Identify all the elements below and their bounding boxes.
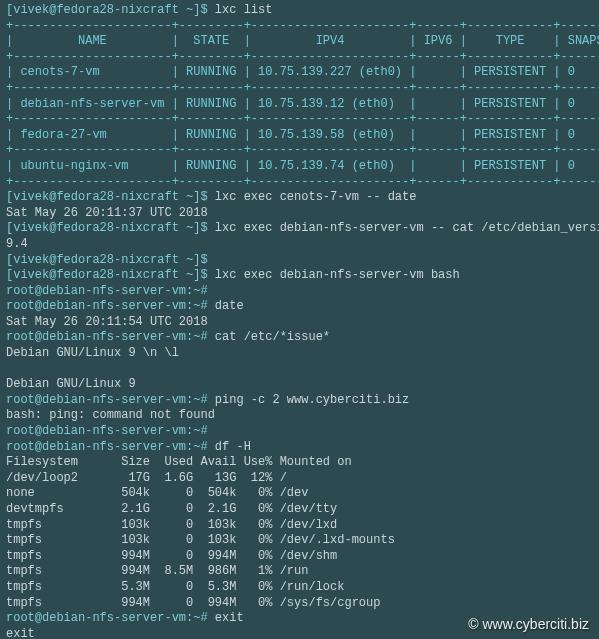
prompt-user: [vivek@fedora28-nixcraft ~]$ <box>6 190 215 204</box>
out-issue: Debian GNU/Linux 9 \n \l <box>6 346 179 360</box>
df-row: tmpfs 103k 0 103k 0% /dev/lxd <box>6 518 337 532</box>
df-header: Filesystem Size Used Avail Use% Mounted … <box>6 455 352 469</box>
prompt-user: [vivek@fedora28-nixcraft ~]$ <box>6 3 215 17</box>
df-row: devtmpfs 2.1G 0 2.1G 0% /dev/tty <box>6 502 337 516</box>
prompt-root: root@debian-nfs-server-vm:~# <box>6 393 215 407</box>
cmd-exec-bash: lxc exec debian-nfs-server-vm bash <box>215 268 460 282</box>
cmd-cat-issue: cat /etc/*issue* <box>215 330 330 344</box>
prompt-root: root@debian-nfs-server-vm:~# <box>6 299 215 313</box>
cmd-ping: ping -c 2 www.cyberciti.biz <box>215 393 409 407</box>
df-row: tmpfs 994M 0 994M 0% /dev/shm <box>6 549 337 563</box>
out-issue: Debian GNU/Linux 9 <box>6 377 136 391</box>
cmd-exit: exit <box>215 611 244 625</box>
prompt-root: root@debian-nfs-server-vm:~# <box>6 284 215 298</box>
df-row: tmpfs 103k 0 103k 0% /dev/.lxd-mounts <box>6 533 395 547</box>
prompt-user: [vivek@fedora28-nixcraft ~]$ <box>6 221 215 235</box>
df-row: tmpfs 5.3M 0 5.3M 0% /run/lock <box>6 580 344 594</box>
out-exit: exit <box>6 627 35 639</box>
watermark: © www.cyberciti.biz <box>468 615 589 633</box>
prompt-root: root@debian-nfs-server-vm:~# <box>6 330 215 344</box>
table-row: | ubuntu-nginx-vm | RUNNING | 10.75.139.… <box>6 159 599 173</box>
terminal-content: [vivek@fedora28-nixcraft ~]$ lxc list +-… <box>6 3 593 639</box>
prompt-root: root@debian-nfs-server-vm:~# <box>6 424 215 438</box>
table-row: | cenots-7-vm | RUNNING | 10.75.139.227 … <box>6 65 599 79</box>
table-sep: +----------------------+---------+------… <box>6 143 599 157</box>
table-sep: +----------------------+---------+------… <box>6 19 599 33</box>
table-sep: +----------------------+---------+------… <box>6 112 599 126</box>
cmd-exec-date: lxc exec cenots-7-vm -- date <box>215 190 417 204</box>
cmd-exec-debver: lxc exec debian-nfs-server-vm -- cat /et… <box>215 221 599 235</box>
df-row: none 504k 0 504k 0% /dev <box>6 486 308 500</box>
cmd-df: df -H <box>215 440 251 454</box>
table-row: | fedora-27-vm | RUNNING | 10.75.139.58 … <box>6 128 599 142</box>
table-sep: +----------------------+---------+------… <box>6 175 599 189</box>
prompt-user: [vivek@fedora28-nixcraft ~]$ <box>6 253 215 267</box>
cmd-date: date <box>215 299 244 313</box>
df-row: tmpfs 994M 8.5M 986M 1% /run <box>6 564 308 578</box>
prompt-root: root@debian-nfs-server-vm:~# <box>6 611 215 625</box>
prompt-user: [vivek@fedora28-nixcraft ~]$ <box>6 268 215 282</box>
table-sep: +----------------------+---------+------… <box>6 81 599 95</box>
out-ping-error: bash: ping: command not found <box>6 408 215 422</box>
df-row: /dev/loop2 17G 1.6G 13G 12% / <box>6 471 287 485</box>
out-date: Sat May 26 20:11:37 UTC 2018 <box>6 206 208 220</box>
table-row: | debian-nfs-server-vm | RUNNING | 10.75… <box>6 97 599 111</box>
cmd-lxc-list: lxc list <box>215 3 273 17</box>
prompt-root: root@debian-nfs-server-vm:~# <box>6 440 215 454</box>
df-row: tmpfs 994M 0 994M 0% /sys/fs/cgroup <box>6 596 380 610</box>
terminal-window[interactable]: [vivek@fedora28-nixcraft ~]$ lxc list +-… <box>0 0 599 639</box>
out-debver: 9.4 <box>6 237 28 251</box>
table-sep: +----------------------+---------+------… <box>6 50 599 64</box>
out-date: Sat May 26 20:11:54 UTC 2018 <box>6 315 208 329</box>
table-header: | NAME | STATE | IPV4 | IPV6 | TYPE | SN… <box>6 34 599 48</box>
